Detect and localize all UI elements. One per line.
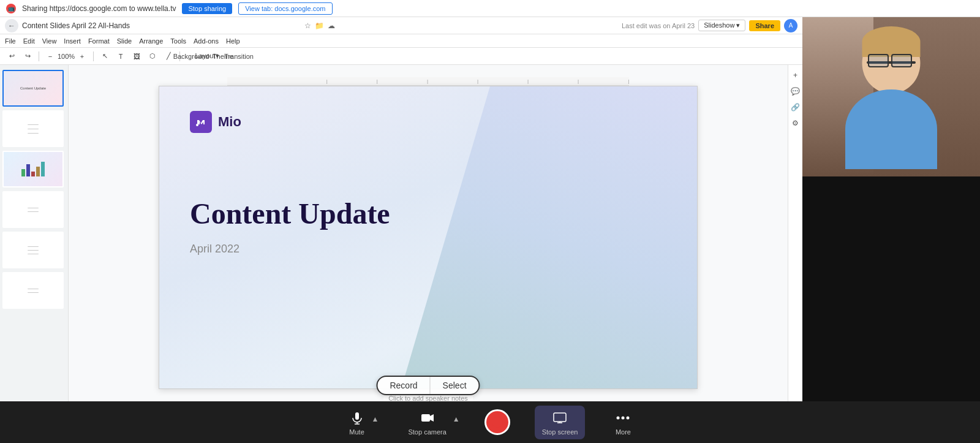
sidebar-settings-icon[interactable]: ⚙ [790,118,801,129]
menu-addons[interactable]: Add-ons [194,37,219,45]
thumbnail-5[interactable]: ─────────────── [2,232,64,268]
slide-logo: Mio [190,111,241,133]
stop-screen-button[interactable]: Stop screen [535,406,586,439]
toolbar-text[interactable]: T [114,50,127,63]
camera-expand[interactable]: ▲ [453,415,460,423]
mute-button[interactable]: Mute [344,409,371,436]
menu-slide[interactable]: Slide [117,37,132,45]
more-label: More [616,428,631,436]
toolbar-cursor[interactable]: ↖ [98,50,111,63]
sharing-text: Sharing https://docs.google.com to www.t… [22,4,176,13]
document-title: Content Slides April 22 All-Hands [22,21,301,30]
mute-group: Mute ▲ [344,409,379,436]
share-button[interactable]: Share [749,20,780,31]
more-button[interactable]: More [609,409,636,436]
stop-camera-button[interactable]: Stop camera [403,409,451,436]
record-dot-icon [492,417,503,428]
slide-canvas-area: | | | | | | | [69,65,788,426]
sidebar-link-icon[interactable]: 🔗 [790,102,801,113]
screen-share-icon: 📺 [6,4,16,13]
toolbar-transition[interactable]: Transition [232,50,246,63]
menu-bar: File Edit View Insert Format Slide Arran… [0,34,802,48]
menu-insert[interactable]: Insert [64,37,81,45]
svg-rect-0 [195,116,207,128]
slide-title: Content Update [190,197,390,230]
microphone-icon [349,409,366,426]
menu-help[interactable]: Help [226,37,240,45]
svg-point-10 [617,416,620,419]
mute-label: Mute [349,428,364,436]
toolbar-image[interactable]: 🖼 [130,50,143,63]
view-tab-button[interactable]: View tab: docs.google.com [238,2,332,15]
svg-point-12 [627,416,630,419]
record-button[interactable]: Record [377,377,430,394]
more-dots-icon [614,409,631,426]
svg-point-1 [196,124,198,126]
mio-icon [190,111,212,133]
record-select-pill: Record Select [376,376,480,395]
toolbar-sep-2 [93,51,94,61]
thumb-preview-2: ─────────────── [4,112,62,146]
thumbnail-1[interactable]: Content Update [2,70,64,107]
avatar[interactable]: A [784,19,797,32]
cloud-icon[interactable]: ☁ [328,21,335,30]
slide-subtitle: April 2022 [190,243,239,256]
camera-group: Stop camera ▲ [403,409,459,436]
toolbar-redo[interactable]: ↪ [21,50,34,63]
svg-rect-2 [355,412,359,420]
menu-file[interactable]: File [5,37,16,45]
main-record-button[interactable] [484,409,510,435]
ruler: | | | | | | | [227,77,630,86]
menu-tools[interactable]: Tools [170,37,186,45]
camera-feed [802,17,980,176]
menu-arrange[interactable]: Arrange [139,37,163,45]
svg-rect-5 [421,414,430,422]
back-button[interactable]: ← [5,19,18,32]
camera-icon [419,409,436,426]
thumbnail-6[interactable]: ────────── [2,272,64,309]
thumb-preview-1: Content Update [4,71,62,105]
mute-expand[interactable]: ▲ [372,415,379,423]
toolbar: ↩ ↪ − 100% + ↖ T 🖼 ⬡ ╱ Background Layout… [0,48,802,65]
menu-view[interactable]: View [42,37,57,45]
folder-icon[interactable]: 📁 [315,21,324,30]
last-edit-text: Last edit was on April 23 [622,22,695,29]
slide-canvas[interactable]: Mio Content Update April 2022 [159,86,698,389]
content-area: Content Update ─────────────── [0,65,802,426]
logo-text: Mio [218,114,241,130]
thumbnail-2[interactable]: ─────────────── [2,110,64,147]
stop-sharing-button[interactable]: Stop sharing [182,3,232,14]
toolbar-shape[interactable]: ⬡ [146,50,159,63]
thumbnail-3[interactable] [2,151,64,187]
sharing-bar: 📺 Sharing https://docs.google.com to www… [0,0,980,17]
screen-icon [551,409,568,426]
toolbar-zoom-out[interactable]: − [43,50,57,63]
menu-format[interactable]: Format [88,37,110,45]
slides-topbar: ← Content Slides April 22 All-Hands ☆ 📁 … [0,17,802,34]
slideshow-button[interactable]: Slideshow ▾ [698,20,745,31]
menu-edit[interactable]: Edit [23,37,35,45]
camera-panel [802,17,980,443]
toolbar-sep-1 [39,51,39,61]
toolbar-undo[interactable]: ↩ [5,50,18,63]
thumbnail-4[interactable]: ────────── [2,191,64,228]
thumb-preview-4: ────────── [4,192,62,227]
svg-rect-7 [554,413,566,422]
sidebar-icon-1[interactable]: + [790,70,801,81]
slides-panel: ← Content Slides April 22 All-Hands ☆ 📁 … [0,17,802,443]
select-button[interactable]: Select [431,377,479,394]
toolbar-zoom-in[interactable]: + [75,50,89,63]
toolbar-layout[interactable]: Layout▾ [200,50,214,63]
toolbar-zoom[interactable]: 100% [59,50,73,63]
sidebar-comments-icon[interactable]: 💬 [790,86,801,97]
thumb-preview-6: ────────── [4,273,62,308]
svg-point-11 [622,416,625,419]
controls-bar: Mute ▲ Stop camera ▲ Stop s [0,401,980,443]
speaker-notes-placeholder: Click to add speaker notes [388,395,468,402]
svg-marker-6 [430,414,434,422]
slide-thumbnails: Content Update ─────────────── [0,65,69,426]
star-icon[interactable]: ☆ [304,21,311,30]
main-area: ← Content Slides April 22 All-Hands ☆ 📁 … [0,17,980,443]
thumb-preview-5: ─────────────── [4,233,62,267]
stop-camera-label: Stop camera [408,428,446,436]
